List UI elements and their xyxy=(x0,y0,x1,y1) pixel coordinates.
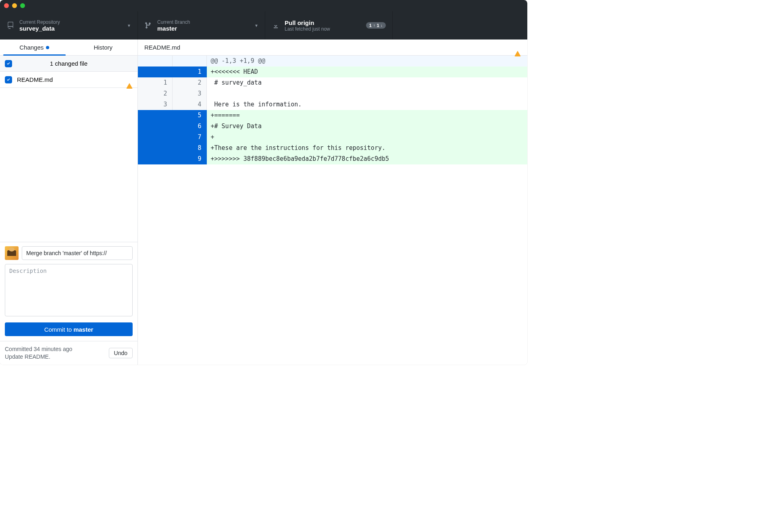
new-line-num: 8 xyxy=(172,143,206,154)
old-line-num xyxy=(138,66,172,77)
file-item[interactable]: README.md xyxy=(0,72,137,88)
diff-header: README.md xyxy=(138,39,527,56)
commit-description-input[interactable] xyxy=(5,264,133,316)
chevron-down-icon: ▼ xyxy=(254,23,258,28)
changes-indicator-dot xyxy=(46,46,49,49)
diff-line[interactable]: 7+ xyxy=(138,132,527,143)
pull-label: Pull origin xyxy=(285,19,330,26)
pull-sub: Last fetched just now xyxy=(285,26,330,32)
git-branch-icon xyxy=(144,22,152,29)
old-line-num xyxy=(138,132,172,143)
diff-line[interactable]: 34 Here is the information. xyxy=(138,99,527,110)
diff-filename: README.md xyxy=(144,44,180,51)
old-line-num xyxy=(138,121,172,132)
chevron-down-icon: ▼ xyxy=(127,23,131,28)
file-name: README.md xyxy=(17,76,53,83)
new-line-num: 6 xyxy=(172,121,206,132)
undo-button[interactable]: Undo xyxy=(109,348,133,358)
commit-button-branch: master xyxy=(73,326,93,333)
repo-value: survey_data xyxy=(19,25,60,32)
changes-header: 1 changed file xyxy=(0,56,137,72)
diff-line-text: +<<<<<<< HEAD xyxy=(206,66,527,77)
diff-line[interactable]: 1+<<<<<<< HEAD xyxy=(138,66,527,77)
conflict-warning-icon xyxy=(126,76,133,83)
toolbar: Current Repository survey_data ▼ Current… xyxy=(0,11,527,39)
diff-line-text: +These are the instructions for this rep… xyxy=(206,143,527,154)
diff-line-text xyxy=(206,88,527,99)
new-line-num: 4 xyxy=(172,99,206,110)
diff-content: @@ -1,3 +1,9 @@1+<<<<<<< HEAD12 # survey… xyxy=(138,56,527,164)
arrow-up-icon: ↑ xyxy=(373,23,375,27)
diff-line-text: +>>>>>>> 38f889bec8e6ba9eda2b7fe7d778cfb… xyxy=(206,154,527,164)
ahead-count: 1 xyxy=(369,23,372,28)
changes-count-label: 1 changed file xyxy=(5,60,133,67)
old-line-num: 1 xyxy=(138,77,172,88)
last-commit-status: Committed 34 minutes ago Update README. … xyxy=(0,341,137,365)
file-checkbox[interactable] xyxy=(5,76,12,83)
old-line-num xyxy=(138,154,172,164)
window-titlebar xyxy=(0,0,527,11)
arrow-down-icon: ↓ xyxy=(381,23,383,27)
diff-line[interactable]: 9+>>>>>>> 38f889bec8e6ba9eda2b7fe7d778cf… xyxy=(138,154,527,164)
tab-changes-label: Changes xyxy=(19,44,44,51)
new-line-num: 1 xyxy=(172,66,206,77)
repo-switcher[interactable]: Current Repository survey_data ▼ xyxy=(0,11,138,39)
diff-line[interactable]: 12 # survey_data xyxy=(138,77,527,88)
diff-line-text: # survey_data xyxy=(206,77,527,88)
diff-panel: README.md @@ -1,3 +1,9 @@1+<<<<<<< HEAD1… xyxy=(138,39,527,365)
diff-line-text: +# Survey Data xyxy=(206,121,527,132)
pull-origin-button[interactable]: Pull origin Last fetched just now 1↑ 1↓ xyxy=(265,11,393,39)
conflict-warning-icon xyxy=(514,44,521,51)
old-line-num xyxy=(138,143,172,154)
close-window-icon[interactable] xyxy=(4,3,9,8)
old-line-num: 2 xyxy=(138,88,172,99)
download-icon xyxy=(272,22,280,29)
tab-history-label: History xyxy=(94,44,112,51)
avatar xyxy=(5,246,19,260)
status-message: Update README. xyxy=(5,353,72,361)
diff-line[interactable]: 5+======= xyxy=(138,110,527,121)
commit-form: Commit to master xyxy=(0,242,137,341)
behind-count: 1 xyxy=(377,23,379,28)
new-line-num: 2 xyxy=(172,77,206,88)
sidebar: Changes History 1 changed file README.md… xyxy=(0,39,138,365)
commit-summary-input[interactable] xyxy=(22,246,133,260)
branch-label: Current Branch xyxy=(157,19,190,25)
old-line-num xyxy=(138,110,172,121)
diff-line[interactable]: 8+These are the instructions for this re… xyxy=(138,143,527,154)
repo-icon xyxy=(6,22,15,29)
branch-switcher[interactable]: Current Branch master ▼ xyxy=(138,11,265,39)
minimize-window-icon[interactable] xyxy=(12,3,17,8)
branch-value: master xyxy=(157,25,190,32)
old-line-num: 3 xyxy=(138,99,172,110)
new-line-num: 7 xyxy=(172,132,206,143)
diff-line-text: + xyxy=(206,132,527,143)
zoom-window-icon[interactable] xyxy=(20,3,25,8)
diff-hunk-header: @@ -1,3 +1,9 @@ xyxy=(206,56,527,66)
diff-line-text: +======= xyxy=(206,110,527,121)
commit-button-prefix: Commit to xyxy=(44,326,74,333)
pull-count-badge: 1↑ 1↓ xyxy=(366,22,386,29)
status-time: Committed 34 minutes ago xyxy=(5,345,72,353)
new-line-num: 9 xyxy=(172,154,206,164)
diff-line-text: Here is the information. xyxy=(206,99,527,110)
tab-history[interactable]: History xyxy=(69,39,138,55)
sidebar-tabs: Changes History xyxy=(0,39,137,56)
new-line-num: 3 xyxy=(172,88,206,99)
tab-changes[interactable]: Changes xyxy=(0,39,69,55)
repo-label: Current Repository xyxy=(19,19,60,25)
diff-line[interactable]: 23 xyxy=(138,88,527,99)
diff-line[interactable]: 6+# Survey Data xyxy=(138,121,527,132)
new-line-num: 5 xyxy=(172,110,206,121)
commit-button[interactable]: Commit to master xyxy=(5,322,133,336)
